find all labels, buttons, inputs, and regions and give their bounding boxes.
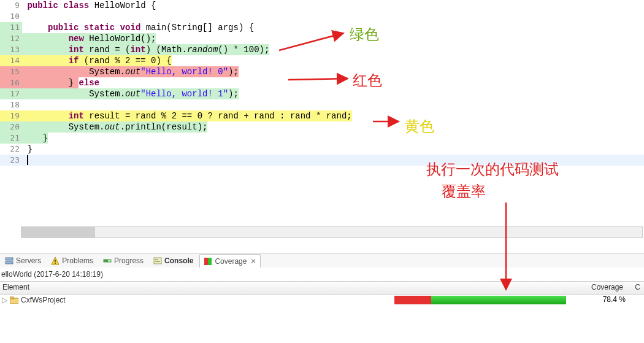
code-line	[22, 11, 644, 22]
code-editor[interactable]: 9 public class HelloWorld { 10 11 public…	[0, 0, 644, 238]
line-number: 17	[0, 88, 22, 99]
svg-rect-9	[208, 258, 212, 265]
svg-rect-3	[55, 260, 56, 262]
code-line: System.out.println(result);	[22, 121, 644, 133]
col-element[interactable]: Element	[2, 283, 29, 291]
line-number: 19	[0, 110, 22, 121]
code-line	[22, 99, 644, 110]
views-tabbar: Servers Problems Progress Console Covera…	[0, 253, 644, 268]
col-c[interactable]: C	[635, 283, 640, 291]
svg-rect-8	[204, 258, 208, 265]
tab-console[interactable]: Console	[150, 254, 197, 268]
coverage-icon	[204, 257, 212, 266]
svg-rect-0	[6, 258, 13, 260]
code-line: if (rand % 2 == 0) {	[22, 55, 644, 66]
line-number: 18	[0, 99, 22, 110]
svg-rect-7	[154, 258, 161, 264]
line-number: 16	[0, 77, 22, 88]
tab-progress[interactable]: Progress	[99, 254, 147, 268]
coverage-session-label: elloWorld (2017-6-20 14:18:19)	[0, 268, 644, 282]
line-number: 23	[0, 155, 22, 166]
tab-coverage[interactable]: Coverage✕	[199, 254, 261, 268]
tab-servers[interactable]: Servers	[1, 254, 45, 268]
project-icon	[10, 296, 18, 304]
line-number: 20	[0, 121, 22, 133]
line-number: 22	[0, 144, 22, 155]
line-number: 13	[0, 44, 22, 55]
svg-rect-4	[55, 263, 56, 264]
line-number: 15	[0, 66, 22, 77]
code-line[interactable]	[22, 155, 644, 166]
code-line: }	[22, 144, 644, 155]
line-number: 12	[0, 33, 22, 44]
console-icon	[153, 256, 162, 265]
code-line: new HelloWorld();	[22, 33, 644, 44]
tab-problems[interactable]: Problems	[47, 254, 97, 268]
project-name: CxfWsProject	[21, 296, 66, 304]
line-number: 10	[0, 11, 22, 22]
expand-icon[interactable]: ▷	[1, 296, 7, 304]
code-line: System.out"Hello, world! 1");	[22, 88, 644, 99]
svg-rect-6	[104, 260, 108, 262]
coverage-percent: 78.4 %	[603, 295, 626, 304]
svg-rect-1	[6, 261, 13, 264]
coverage-bar-red	[394, 296, 431, 304]
code-line: } else	[22, 77, 644, 88]
line-number: 11	[0, 22, 22, 33]
code-line: System.out"Hello, world! 0");	[22, 66, 644, 77]
code-line: int rand = (int) (Math.random() * 100);	[22, 44, 644, 55]
coverage-bar-green	[431, 296, 566, 304]
line-number: 14	[0, 55, 22, 66]
server-icon	[5, 256, 13, 265]
horizontal-scrollbar[interactable]	[21, 226, 643, 238]
warning-icon	[51, 256, 59, 265]
coverage-bar	[394, 296, 566, 304]
code-line: public static void main(String[] args) {	[22, 22, 644, 33]
scrollbar-thumb[interactable]	[21, 227, 95, 237]
code-line: }	[22, 133, 644, 144]
coverage-table-header: Element Coverage C	[0, 281, 644, 295]
text-caret	[27, 155, 28, 165]
line-number: 9	[0, 0, 22, 11]
close-icon[interactable]: ✕	[250, 257, 256, 266]
svg-rect-11	[10, 297, 13, 299]
progress-icon	[103, 256, 112, 265]
col-coverage[interactable]: Coverage	[591, 283, 623, 291]
line-number: 21	[0, 133, 22, 144]
code-line: public class HelloWorld {	[22, 0, 644, 11]
code-line: int result = rand % 2 == 0 ? rand + rand…	[22, 110, 644, 121]
